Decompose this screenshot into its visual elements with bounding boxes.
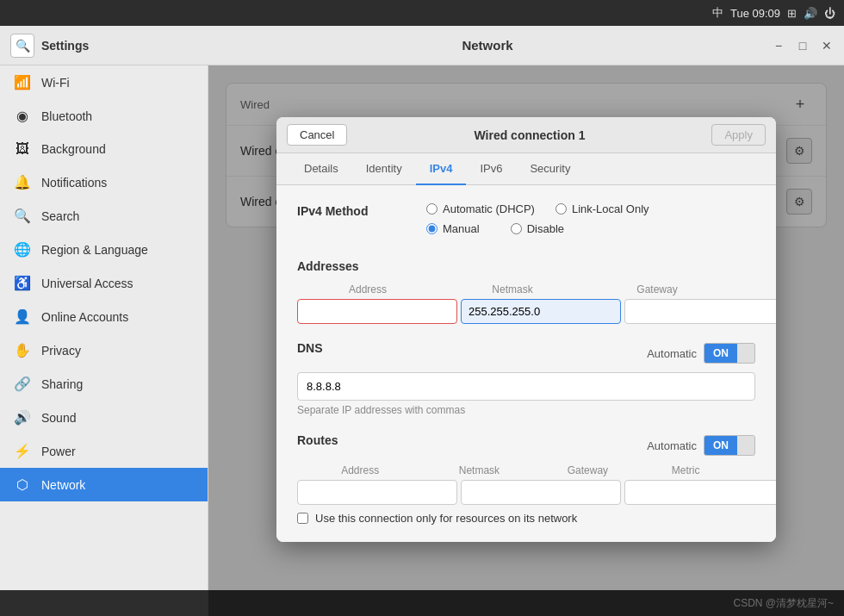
- wired-connection-modal: Cancel Wired connection 1 Apply Details …: [276, 117, 776, 542]
- sharing-icon: 🔗: [14, 376, 31, 392]
- sidebar-item-power[interactable]: ⚡ Power: [0, 434, 208, 468]
- online-accounts-icon: 👤: [14, 308, 31, 325]
- sidebar-label-online-accounts: Online Accounts: [41, 310, 128, 324]
- sidebar-label-power: Power: [41, 445, 76, 458]
- maximize-button[interactable]: □: [791, 34, 815, 58]
- dns-auto-container: Automatic ON: [647, 343, 755, 364]
- dns-toggle-on[interactable]: ON: [704, 344, 737, 363]
- sidebar-item-sound[interactable]: 🔊 Sound: [0, 401, 208, 434]
- sidebar-item-background[interactable]: 🖼 Background: [0, 133, 208, 165]
- ipv4-method-options: Automatic (DHCP) Link-Local Only: [426, 202, 649, 242]
- network-icon: ⬡: [14, 476, 31, 493]
- sidebar-item-notifications[interactable]: 🔔 Notifications: [0, 165, 208, 199]
- search-button[interactable]: 🔍: [10, 34, 34, 58]
- radio-link-local[interactable]: [555, 203, 567, 215]
- sidebar-item-network[interactable]: ⬡ Network: [0, 468, 208, 501]
- app-window: 🔍 Settings Network − □ ✕ 📶 Wi-Fi ◉ Bluet…: [0, 26, 844, 616]
- tab-details[interactable]: Details: [290, 153, 352, 185]
- sidebar-item-sharing[interactable]: 🔗 Sharing: [0, 367, 208, 401]
- notifications-icon: 🔔: [14, 174, 31, 190]
- modal-apply-button[interactable]: Apply: [711, 124, 766, 146]
- volume-icon: 🔊: [804, 7, 817, 20]
- routes-toggle-off[interactable]: [737, 436, 754, 455]
- radio-manual[interactable]: [426, 223, 438, 234]
- option-link-local[interactable]: Link-Local Only: [555, 202, 649, 215]
- routes-toggle[interactable]: ON: [704, 435, 755, 456]
- auto-dhcp-label: Automatic (DHCP): [443, 202, 535, 215]
- universal-icon: ♿: [14, 275, 31, 291]
- sidebar-label-sharing: Sharing: [41, 377, 83, 391]
- titlebar: 🔍 Settings Network − □ ✕: [0, 26, 844, 65]
- modal-titlebar: Cancel Wired connection 1 Apply: [276, 117, 776, 153]
- window-title: Network: [208, 38, 766, 53]
- app-body: 📶 Wi-Fi ◉ Bluetooth 🖼 Background 🔔 Notif…: [0, 65, 844, 616]
- minimize-button[interactable]: −: [766, 34, 791, 58]
- sidebar-label-bluetooth: Bluetooth: [41, 109, 92, 123]
- only-for-resources-checkbox[interactable]: [297, 513, 308, 524]
- system-topbar: 中 Tue 09:09 ⊞ 🔊 ⏻: [0, 0, 844, 26]
- radio-disable[interactable]: [511, 223, 522, 234]
- search-icon: 🔍: [16, 39, 30, 53]
- sidebar-item-wifi[interactable]: 📶 Wi-Fi: [0, 65, 208, 99]
- routes-addr-input[interactable]: [297, 480, 457, 505]
- dns-header: DNS Automatic ON: [297, 341, 755, 365]
- tab-security[interactable]: Security: [516, 153, 584, 185]
- settings-title: Settings: [41, 39, 89, 53]
- addr-headers: Address Netmask Gateway: [297, 283, 755, 296]
- dns-toggle-off[interactable]: [737, 344, 754, 363]
- window-controls: − □ ✕: [766, 34, 844, 58]
- modal-cancel-button[interactable]: Cancel: [287, 124, 347, 146]
- routes-auto-label: Automatic: [647, 439, 697, 452]
- radio-auto-dhcp[interactable]: [426, 203, 438, 215]
- method-row-2: Manual Disable: [426, 222, 649, 235]
- tab-ipv6[interactable]: IPv6: [466, 153, 516, 185]
- sidebar-item-online-accounts[interactable]: 👤 Online Accounts: [0, 300, 208, 333]
- option-manual[interactable]: Manual: [426, 222, 480, 235]
- sidebar-item-privacy[interactable]: ✋ Privacy: [0, 333, 208, 367]
- sidebar-item-region[interactable]: 🌐 Region & Language: [0, 233, 208, 266]
- modal-body: IPv4 Method Automatic (DHCP): [276, 185, 776, 542]
- routes-netmask-input[interactable]: [461, 480, 621, 505]
- routes-toggle-on[interactable]: ON: [704, 436, 737, 455]
- address-input[interactable]: [297, 299, 457, 324]
- option-auto-dhcp[interactable]: Automatic (DHCP): [426, 202, 535, 215]
- routes-gateway-input[interactable]: [624, 480, 776, 505]
- addr-col-header: Address: [297, 283, 438, 296]
- link-local-label: Link-Local Only: [572, 202, 649, 215]
- routes-title: Routes: [297, 433, 338, 447]
- gateway-col-header: Gateway: [586, 283, 728, 296]
- dns-section: DNS Automatic ON Separate: [297, 341, 755, 416]
- search-nav-icon: 🔍: [14, 208, 31, 224]
- netmask-input[interactable]: [461, 299, 621, 324]
- tab-ipv4[interactable]: IPv4: [416, 153, 467, 185]
- routes-section: Routes Automatic ON Add: [297, 433, 755, 525]
- dns-toggle[interactable]: ON: [704, 343, 755, 364]
- method-row-1: Automatic (DHCP) Link-Local Only: [426, 202, 649, 215]
- sound-icon: 🔊: [14, 409, 31, 426]
- close-button[interactable]: ✕: [815, 34, 839, 58]
- main-content: Wired + Wired connection 1 ⚙ Wired conne…: [208, 65, 844, 616]
- disable-label: Disable: [527, 222, 564, 235]
- dns-input[interactable]: [297, 372, 755, 401]
- titlebar-left: 🔍 Settings: [0, 34, 208, 58]
- option-disable[interactable]: Disable: [511, 222, 564, 235]
- dns-auto-label: Automatic: [647, 347, 697, 360]
- routes-metric-col-header: Metric: [643, 464, 728, 476]
- sidebar-item-search[interactable]: 🔍 Search: [0, 199, 208, 233]
- sidebar-label-background: Background: [41, 142, 106, 156]
- sidebar-item-universal[interactable]: ♿ Universal Access: [0, 266, 208, 300]
- modal-title: Wired connection 1: [474, 128, 585, 142]
- sidebar-label-notifications: Notifications: [41, 176, 107, 190]
- sidebar-label-privacy: Privacy: [41, 344, 81, 358]
- tab-identity[interactable]: Identity: [352, 153, 416, 185]
- ipv4-method-label: IPv4 Method: [297, 202, 400, 218]
- routes-netmask-col-header: Netmask: [426, 464, 531, 476]
- sidebar-label-universal: Universal Access: [41, 277, 133, 290]
- manual-label: Manual: [443, 222, 480, 235]
- ipv4-method-section: IPv4 Method Automatic (DHCP): [297, 202, 755, 242]
- sidebar-label-region: Region & Language: [41, 243, 148, 257]
- ime-icon: 中: [712, 5, 723, 21]
- sidebar-item-bluetooth[interactable]: ◉ Bluetooth: [0, 99, 208, 133]
- addresses-title: Addresses: [297, 259, 755, 273]
- gateway-input[interactable]: [624, 299, 776, 324]
